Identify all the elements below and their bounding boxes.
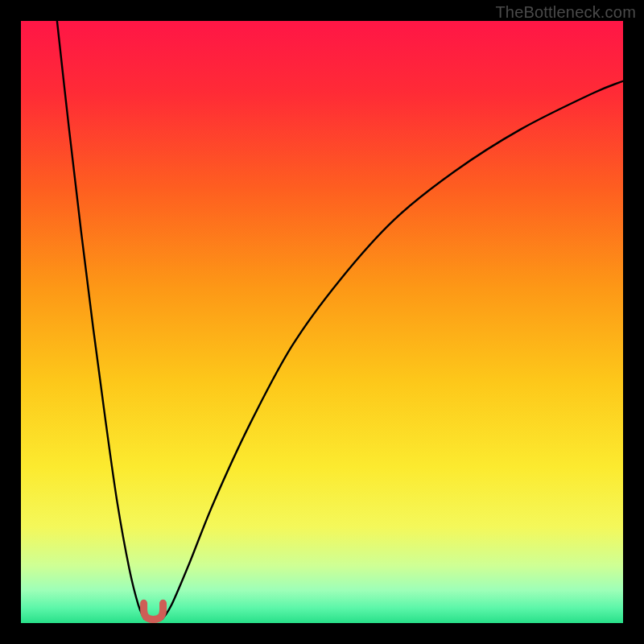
- bottleneck-chart: [21, 21, 623, 623]
- gradient-background: [21, 21, 623, 623]
- watermark-text: TheBottleneck.com: [495, 3, 636, 22]
- plot-area: [21, 21, 623, 623]
- chart-frame: TheBottleneck.com: [0, 0, 644, 644]
